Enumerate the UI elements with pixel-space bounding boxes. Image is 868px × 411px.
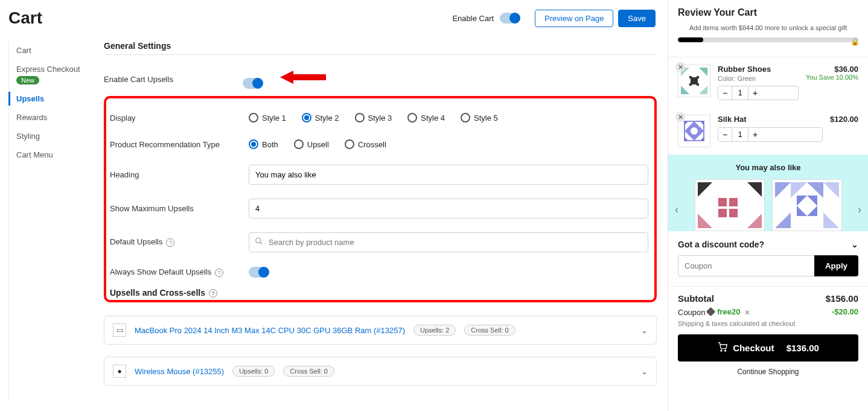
qty-increase-button[interactable]: + [748,128,762,141]
display-style-4-radio[interactable]: Style 4 [407,113,445,123]
apply-coupon-button[interactable]: Apply [814,255,858,276]
svg-marker-20 [747,182,762,197]
default-upsells-label: Default Upsells? [110,237,249,247]
rec-type-crossell-radio[interactable]: Crossell [345,139,386,149]
cart-item-price: $36.00 [806,65,858,74]
heading-label: Heading [110,170,249,179]
coupon-input[interactable] [678,255,814,276]
help-icon[interactable]: ? [166,238,174,247]
discount-code-toggle[interactable]: Got a discount code? ⌄ [668,231,868,255]
radio-label: Style 2 [315,113,339,123]
max-upsells-input[interactable] [249,199,648,218]
radio-label: Style 3 [368,113,392,123]
qty-increase-button[interactable]: + [748,86,762,100]
coupon-discount-value: -$20.00 [832,307,858,317]
checkout-amount: $136.00 [787,343,819,353]
checkout-button[interactable]: Checkout $136.00 [678,334,858,362]
general-settings-heading: General Settings [104,41,657,55]
sidebar-item-cart-menu[interactable]: Cart Menu [9,145,99,164]
checkout-label: Checkout [733,343,774,353]
help-icon[interactable]: ? [215,269,223,277]
upsell-card[interactable] [772,179,842,231]
svg-point-35 [721,350,722,351]
radio-label: Style 4 [421,113,445,123]
radio-label: Upsell [307,140,329,149]
upsell-band-title: You may also like [668,163,868,172]
upsell-prev-button[interactable]: ‹ [671,200,683,218]
svg-marker-25 [698,214,712,228]
sidebar-item-label: Express Checkout [16,65,80,74]
quantity-stepper[interactable]: − + [718,127,823,142]
remove-coupon-button[interactable]: ✕ [744,308,750,317]
enable-cart-upsells-toggle[interactable] [243,78,263,89]
cart-item-name: Rubber Shoes [718,65,799,74]
always-show-label: Always Show Default Upsells? [110,267,249,277]
svg-marker-10 [681,86,689,94]
sidebar-item-upsells[interactable]: Upsells [9,89,99,108]
display-label: Display [110,113,249,123]
display-style-5-radio[interactable]: Style 5 [461,113,498,123]
upsell-band: You may also like ‹ › [668,155,868,231]
sidebar-item-label: Cart Menu [16,150,53,159]
sidebar-item-label: Rewards [16,113,47,122]
qty-input[interactable] [732,128,748,141]
chevron-down-icon[interactable]: ⌄ [641,367,648,376]
preview-on-page-button[interactable]: Preview on Page [535,10,613,27]
new-badge: New [16,76,39,84]
upsell-next-button[interactable]: › [854,200,866,218]
sidebar-item-cart[interactable]: Cart [9,41,99,60]
qty-input[interactable] [732,86,748,100]
coupon-code: free20 [717,307,740,316]
product-link[interactable]: MacBook Pro 2024 14 Inch M3 Max 14C CPU … [135,326,405,335]
svg-rect-7 [697,76,699,78]
svg-rect-23 [718,209,727,217]
svg-point-36 [725,350,726,351]
subtotal-value: $156.00 [826,293,858,304]
radio-label: Both [262,140,278,149]
display-radio-group: Style 1 Style 2 Style 3 Style 4 Style 5 [249,113,648,123]
svg-rect-9 [697,83,699,86]
rec-type-label: Product Recommendation Type [110,140,249,149]
default-upsells-search-input[interactable] [249,232,648,252]
sidebar-item-styling[interactable]: Styling [9,127,99,145]
remove-item-button[interactable]: ✕ [675,62,685,72]
display-style-3-radio[interactable]: Style 3 [355,113,392,123]
product-config-row[interactable]: ▭ MacBook Pro 2024 14 Inch M3 Max 14C CP… [104,316,657,345]
heading-input[interactable] [249,165,648,185]
cart-item-variant: Color: Green [718,75,799,82]
quantity-stepper[interactable]: − + [718,86,799,100]
rec-type-upsell-radio[interactable]: Upsell [294,139,329,149]
sidebar-item-rewards[interactable]: Rewards [9,108,99,127]
radio-label: Style 5 [474,113,498,123]
cart-item: ✕ Silk Hat − + $120.00 [668,107,868,155]
svg-rect-22 [729,198,738,206]
display-style-1-radio[interactable]: Style 1 [249,113,286,123]
product-link[interactable]: Wireless Mouse (#13255) [135,367,224,376]
discount-label: Got a discount code? [678,240,764,249]
qty-decrease-button[interactable]: − [718,86,732,100]
svg-marker-11 [699,86,707,94]
enable-cart-label: Enable Cart [452,14,494,23]
annotation-arrow-icon [279,78,327,87]
chevron-down-icon[interactable]: ⌄ [641,326,648,335]
help-icon[interactable]: ? [209,289,217,298]
svg-marker-27 [775,182,791,198]
qty-decrease-button[interactable]: − [718,128,732,141]
svg-rect-24 [729,209,738,217]
remove-item-button[interactable]: ✕ [675,112,685,122]
enable-cart-toggle[interactable] [500,13,520,24]
upsell-card[interactable] [695,179,765,231]
upsells-crosssells-heading: Upsells and Cross-sells? [106,285,654,298]
settings-sidebar: Cart Express Checkout New Upsells Reward… [8,41,99,400]
svg-rect-6 [689,76,692,78]
sidebar-item-express-checkout[interactable]: Express Checkout New [9,60,99,89]
product-config-row[interactable]: ● Wireless Mouse (#13255) Upsells: 0 Cro… [104,357,657,386]
coupon-applied-label: Coupon free20 ✕ [678,307,750,317]
rec-type-both-radio[interactable]: Both [249,139,278,149]
always-show-toggle[interactable] [249,267,269,278]
save-button[interactable]: Save [618,10,656,27]
continue-shopping-link[interactable]: Continue Shopping [678,362,858,380]
promo-message: Add items worth $844.00 more to unlock a… [668,23,868,35]
display-style-2-radio[interactable]: Style 2 [302,113,339,123]
cart-preview-panel: Review Your Cart Add items worth $844.00… [668,0,868,411]
